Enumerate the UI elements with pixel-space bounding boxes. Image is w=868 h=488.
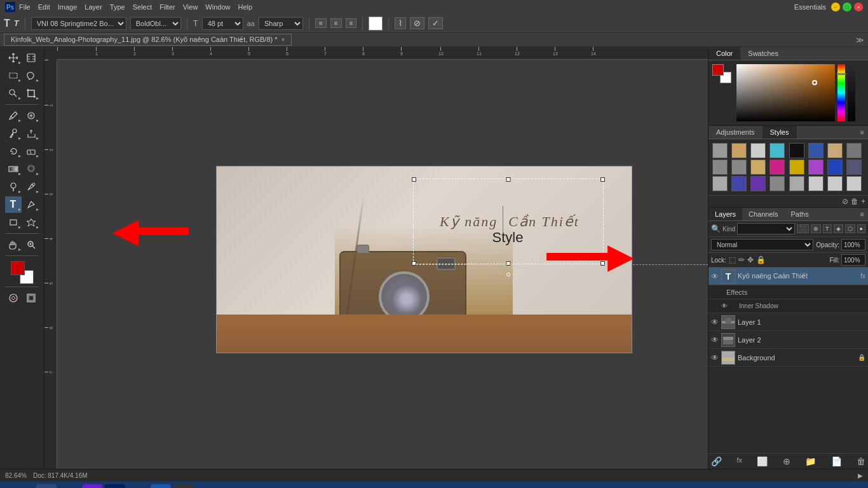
status-arrow[interactable]: ▶	[858, 472, 863, 479]
channels-tab[interactable]: Channels	[742, 208, 784, 220]
layers-panel-menu[interactable]: ≡	[857, 209, 868, 219]
layer-kind-filter[interactable]	[737, 223, 795, 234]
style-swatch[interactable]	[846, 159, 862, 175]
layer-visibility-icon[interactable]: 👁	[711, 272, 719, 281]
menu-file[interactable]: File	[19, 3, 31, 11]
quick-mask-tool[interactable]	[5, 290, 22, 306]
menu-layer[interactable]: Layer	[85, 3, 102, 11]
pen-tool[interactable]: ▸	[23, 179, 39, 195]
new-group-button[interactable]: 📁	[805, 456, 816, 466]
styles-trash-button[interactable]: 🗑	[851, 197, 858, 206]
blend-mode-select[interactable]: Normal	[711, 239, 813, 250]
color-tab[interactable]: Color	[709, 47, 740, 60]
menu-type[interactable]: Type	[110, 3, 125, 11]
style-swatch[interactable]	[731, 159, 747, 175]
style-swatch[interactable]	[712, 176, 728, 191]
layer-item-1[interactable]: 👁 Layer 1	[709, 313, 868, 331]
font-size-select[interactable]: 48 pt	[202, 17, 243, 30]
align-left-button[interactable]: ≡	[315, 18, 327, 28]
filter-shape-btn[interactable]: ◈	[834, 224, 843, 233]
path-selection-tool[interactable]: ▸	[23, 196, 39, 213]
quick-select-tool[interactable]: ▸	[5, 85, 22, 102]
taskbar-icon-paint[interactable]	[196, 484, 217, 488]
layer-item-2[interactable]: 👁 Layer 2	[709, 331, 868, 349]
ps-canvas[interactable]: Kỹ năng Cần Thiết ▶	[153, 140, 645, 388]
menu-image[interactable]: Image	[58, 3, 78, 11]
color-gradient-picker[interactable]	[736, 64, 835, 121]
tab-close-button[interactable]: ×	[281, 36, 285, 43]
shape-tool[interactable]: ▸	[5, 214, 22, 231]
tab-panel-collapse[interactable]: ≫	[856, 36, 864, 44]
style-swatch[interactable]	[789, 143, 804, 158]
document-tab[interactable]: Kinfolk_Web_Analog-Photography_11.jpg @ …	[4, 34, 292, 46]
zoom-tool[interactable]	[23, 236, 39, 253]
foreground-color-swatch[interactable]	[11, 261, 25, 275]
menu-window[interactable]: Window	[205, 3, 230, 11]
styles-add-button[interactable]: +	[861, 197, 865, 206]
style-swatch[interactable]	[770, 176, 785, 191]
add-mask-button[interactable]: ⬜	[757, 456, 768, 466]
move-tool[interactable]: ▸	[5, 50, 22, 66]
filter-pixel-btn[interactable]: ⬛	[797, 224, 809, 233]
lock-position-icon[interactable]: ✥	[747, 255, 754, 264]
filter-type-btn[interactable]: T	[823, 224, 832, 233]
warp-text-button[interactable]: ⌇	[395, 17, 406, 29]
commit-transform-button[interactable]: ✓	[428, 17, 443, 29]
menu-view[interactable]: View	[183, 3, 198, 11]
taskbar-icon-photos[interactable]	[173, 484, 194, 488]
brush-tool[interactable]: ▸	[5, 125, 22, 142]
type-tool[interactable]: T ▸	[5, 196, 22, 213]
add-style-button[interactable]: fx	[736, 456, 742, 466]
swatches-tab[interactable]: Swatches	[740, 47, 786, 60]
style-swatch[interactable]	[808, 176, 824, 191]
marquee-tool[interactable]: ▸	[5, 67, 22, 84]
style-swatch[interactable]	[731, 143, 747, 158]
crop-tool[interactable]: ▸	[23, 85, 39, 102]
filter-smartobj-btn[interactable]: ⬡	[845, 224, 855, 233]
style-swatch[interactable]	[712, 159, 728, 175]
taskbar-icon-vs[interactable]: V	[82, 484, 102, 488]
anti-alias-select[interactable]: Sharp	[259, 17, 303, 30]
delete-layer-button[interactable]: 🗑	[857, 456, 865, 466]
filter-toggle-btn[interactable]: ●	[857, 224, 865, 233]
style-swatch[interactable]	[808, 159, 824, 175]
layer-item-text[interactable]: 👁 T Kyõ naêng Caàn Thiết fx	[709, 268, 868, 285]
style-swatch[interactable]	[789, 159, 804, 175]
style-swatch[interactable]	[770, 143, 785, 158]
adj-panel-menu[interactable]: ≡	[857, 126, 868, 139]
add-adjustment-button[interactable]: ⊕	[783, 456, 790, 466]
style-swatch[interactable]	[827, 159, 843, 175]
bg-visibility-icon[interactable]: 👁	[711, 353, 719, 362]
style-swatch[interactable]	[770, 159, 785, 175]
lock-transparent-icon[interactable]: ⬚	[729, 255, 736, 264]
layer1-visibility-icon[interactable]: 👁	[711, 318, 719, 327]
lasso-tool[interactable]: ▸	[23, 67, 39, 84]
menu-select[interactable]: Select	[133, 3, 153, 11]
layers-tab[interactable]: Layers	[709, 208, 742, 220]
adjustments-tab[interactable]: Adjustments	[709, 126, 763, 139]
history-brush-tool[interactable]: ▸	[5, 143, 22, 159]
minimize-button[interactable]: −	[831, 3, 840, 11]
style-swatch[interactable]	[827, 176, 843, 191]
layer-item-inner-shadow[interactable]: 👁 Inner Shadow	[709, 299, 868, 313]
paths-tab[interactable]: Paths	[785, 208, 815, 220]
screen-mode-tool[interactable]	[23, 290, 39, 306]
artboard-tool[interactable]	[23, 50, 39, 66]
healing-tool[interactable]: ▸	[23, 107, 39, 124]
filter-adjustment-btn[interactable]: ⊛	[811, 224, 821, 233]
hand-tool[interactable]: ▸	[5, 236, 22, 253]
taskbar-icon-chrome[interactable]	[128, 484, 148, 488]
taskbar-icon-settings[interactable]	[59, 484, 79, 488]
style-swatch[interactable]	[712, 143, 728, 158]
custom-shape-tool[interactable]: ▸	[23, 214, 39, 231]
clone-stamp-tool[interactable]: ▸	[23, 125, 39, 142]
layer-item-effects[interactable]: Effects	[709, 285, 868, 299]
cancel-transform-button[interactable]: ⊘	[410, 17, 424, 29]
taskbar-icon-explorer[interactable]	[36, 484, 57, 488]
eraser-tool[interactable]: ▸	[23, 143, 39, 159]
fill-input[interactable]	[841, 254, 865, 266]
style-swatch[interactable]	[750, 159, 766, 175]
lock-all-icon[interactable]: 🔒	[756, 255, 766, 264]
lock-pixels-icon[interactable]: ✏	[738, 255, 745, 264]
link-layers-button[interactable]: 🔗	[711, 456, 722, 466]
